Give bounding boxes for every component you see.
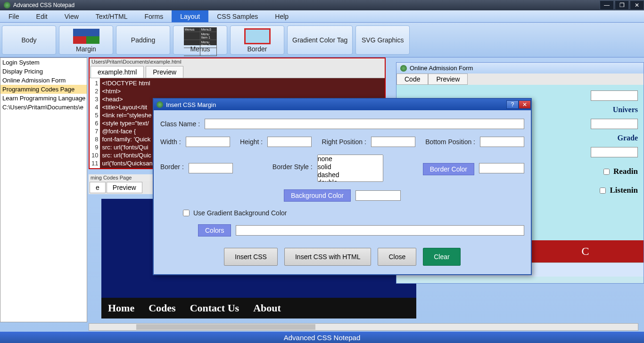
colors-button[interactable]: Colors <box>198 224 231 237</box>
maximize-button[interactable]: ❐ <box>615 0 629 10</box>
menus-icon: MenusMenu3Menu Item 1Menu Item 2Menu Ite… <box>184 27 217 45</box>
editor-filepath: Users\Pritam\Documents\example.html <box>90 58 385 65</box>
margin-icon <box>73 29 99 44</box>
border-icon <box>244 28 271 44</box>
preview-nav: Home Codes Contact Us About <box>101 298 416 318</box>
right-input-2[interactable] <box>591 119 638 129</box>
input-height[interactable] <box>267 137 312 147</box>
bgcolor-button[interactable]: Background Color <box>284 189 351 202</box>
sidebar-item-codes[interactable]: Programming Codes Page <box>0 85 87 94</box>
input-rightpos[interactable] <box>371 137 415 147</box>
dialog-icon <box>157 101 163 108</box>
menubar: File Edit View Text/HTML Forms Layout CS… <box>0 10 644 23</box>
menu-csssamples[interactable]: CSS Samples <box>208 10 266 22</box>
nav-home[interactable]: Home <box>108 302 134 314</box>
dialog-help-button[interactable]: ? <box>506 100 519 109</box>
input-classname[interactable] <box>205 119 524 129</box>
label-classname: Class Name : <box>160 120 200 128</box>
clear-dialog-button[interactable]: Clear <box>423 248 460 266</box>
right-tab-preview[interactable]: Preview <box>428 74 468 85</box>
label-border: Border : <box>160 163 184 171</box>
dialog-title: Insert CSS Margin <box>166 101 216 108</box>
border-color-swatch[interactable] <box>479 163 524 173</box>
toolbar: Body Margin Padding MenusMenu3Menu Item … <box>0 23 644 57</box>
dialog-close-button[interactable]: ✕ <box>519 100 531 109</box>
preview-tab-e[interactable]: e <box>90 182 106 193</box>
label-height: Height : <box>240 138 263 146</box>
minimize-button[interactable]: — <box>600 0 614 10</box>
menu-forms[interactable]: Forms <box>136 10 172 22</box>
nav-contact[interactable]: Contact Us <box>190 302 239 314</box>
nav-about[interactable]: About <box>253 302 281 314</box>
right-tab-code[interactable]: Code <box>396 74 428 85</box>
label-gradient: Use Gradient Background Color <box>193 209 287 217</box>
close-button[interactable]: ✕ <box>630 0 644 10</box>
input-border[interactable] <box>189 163 233 173</box>
label-reading: Readin <box>613 167 638 176</box>
form-icon <box>400 65 407 72</box>
label-university: Univers <box>613 106 638 114</box>
menu-help[interactable]: Help <box>266 10 297 22</box>
input-bottompos[interactable] <box>480 137 524 147</box>
tool-gradient[interactable]: Gradient Color Tag <box>287 25 353 55</box>
gradient-field[interactable] <box>236 225 524 236</box>
nav-codes[interactable]: Codes <box>149 302 175 314</box>
sidebar-item-pricing[interactable]: Display Pricing <box>0 67 87 76</box>
tool-menus[interactable]: MenusMenu3Menu Item 1Menu Item 2Menu Ite… <box>173 25 227 55</box>
checkbox-listening[interactable] <box>600 188 606 194</box>
sidebar-item-admission[interactable]: Online Admission Form <box>0 76 87 85</box>
label-borderstyle: Border Style : <box>272 163 313 171</box>
menu-file[interactable]: File <box>0 10 28 22</box>
input-width[interactable] <box>186 137 230 147</box>
tool-border[interactable]: Border <box>230 25 284 55</box>
select-borderstyle[interactable]: none solid dashed double <box>317 155 383 182</box>
label-grade: Grade <box>617 134 638 142</box>
editor-tab-source[interactable]: example.html <box>91 66 144 78</box>
menu-texthtml[interactable]: Text/HTML <box>87 10 136 22</box>
sidebar-item-login[interactable]: Login System <box>0 58 87 67</box>
menu-layout[interactable]: Layout <box>172 10 208 22</box>
line-gutter: 1234567891011 <box>90 78 100 168</box>
gradient-checkbox[interactable] <box>183 210 190 216</box>
tool-svg[interactable]: SVG Graphics <box>355 25 410 55</box>
menu-view[interactable]: View <box>56 10 87 22</box>
workspace-scrollbar[interactable] <box>89 323 638 331</box>
right-input-1[interactable] <box>591 90 638 101</box>
right-panel-title: Online Admission Form <box>410 65 473 72</box>
sidebar-item-path[interactable]: C:\Users\Pritam\Documents\e <box>0 103 87 112</box>
menu-edit[interactable]: Edit <box>28 10 56 22</box>
close-dialog-button[interactable]: Close <box>378 248 416 266</box>
tool-padding[interactable]: Padding <box>116 25 170 55</box>
label-rightpos: Right Position : <box>322 138 366 146</box>
statusbar-text: Advanced CSS Notepad <box>284 334 361 342</box>
right-input-3[interactable] <box>591 147 638 157</box>
label-bottompos: Bottom Position : <box>425 138 475 146</box>
window-titlebar: Advanced CSS Notepad — ❐ ✕ <box>0 0 644 10</box>
statusbar: Advanced CSS Notepad <box>0 332 644 343</box>
checkbox-reading[interactable] <box>603 169 610 175</box>
insert-css-margin-dialog: Insert CSS Margin ? ✕ Class Name : Width… <box>153 98 532 275</box>
window-title: Advanced CSS Notepad <box>13 2 74 8</box>
project-sidebar: Login System Display Pricing Online Admi… <box>0 57 87 322</box>
label-width: Width : <box>160 138 181 146</box>
insert-css-button[interactable]: Insert CSS <box>224 248 278 266</box>
code-lines: <!DOCTYPE html<html><head><title>Layout<… <box>100 78 154 168</box>
border-color-button[interactable]: Border Color <box>423 163 474 175</box>
sidebar-item-learn[interactable]: Learn Programming Language <box>0 94 87 103</box>
clear-button-form[interactable]: C <box>527 240 644 262</box>
editor-tab-preview[interactable]: Preview <box>146 66 183 78</box>
app-icon <box>4 2 10 8</box>
label-listening: Listenin <box>610 186 638 195</box>
tool-body[interactable]: Body <box>2 25 56 55</box>
bgcolor-swatch[interactable] <box>355 190 401 201</box>
tool-margin[interactable]: Margin <box>59 25 113 55</box>
preview-tab-preview[interactable]: Preview <box>107 182 142 193</box>
insert-css-html-button[interactable]: Insert CSS with HTML <box>284 248 371 266</box>
